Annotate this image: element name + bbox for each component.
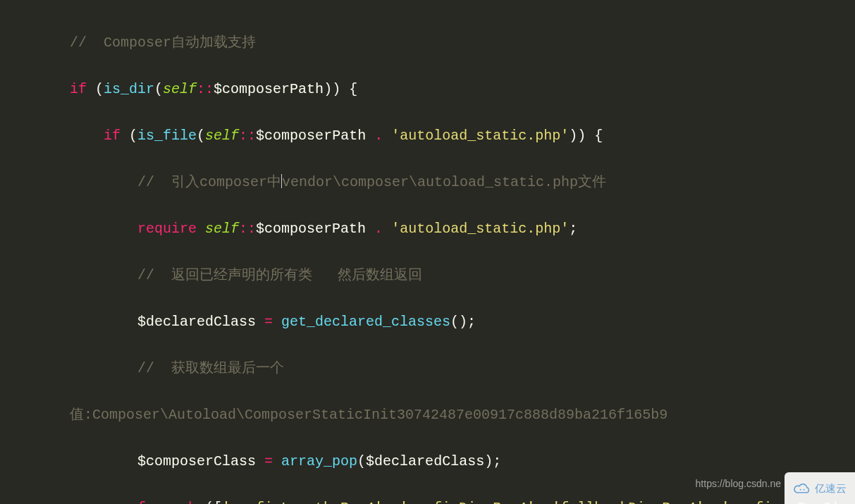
fn-array-pop: array_pop bbox=[281, 453, 357, 469]
string-literal: 'autoload_static.php' bbox=[391, 128, 569, 144]
comment: // 引入composer中vendor\composer\autoload_s… bbox=[137, 174, 606, 190]
kw-self: self bbox=[163, 81, 197, 97]
var-composer-path: $composerPath bbox=[214, 81, 324, 97]
code-line: if (is_file(self::$composerPath . 'autol… bbox=[70, 124, 855, 147]
kw-require: require bbox=[137, 221, 197, 237]
var-composer-class: $composerClass bbox=[137, 453, 256, 469]
kw-if: if bbox=[104, 128, 121, 144]
svg-point-0 bbox=[799, 488, 801, 490]
watermark-logo-text: 亿速云 bbox=[815, 477, 847, 500]
code-line: // 返回已经声明的所有类 然后数组返回 bbox=[70, 264, 855, 287]
code-line: // 引入composer中vendor\composer\autoload_s… bbox=[70, 171, 855, 194]
code-line: if (is_dir(self::$composerPath)) { bbox=[70, 78, 855, 101]
comment: // 返回已经声明的所有类 然后数组返回 bbox=[137, 267, 422, 283]
comment: // 获取数组最后一个 bbox=[137, 360, 284, 376]
comment: // Composer自动加载支持 bbox=[70, 35, 256, 51]
code-line: require self::$composerPath . 'autoload_… bbox=[70, 217, 855, 240]
var-declared-class: $declaredClass bbox=[137, 314, 256, 330]
fn-get-declared-classes: get_declared_classes bbox=[281, 314, 450, 330]
code-line: $declaredClass = get_declared_classes(); bbox=[70, 310, 855, 333]
fn-is-dir: is_dir bbox=[104, 81, 154, 97]
kw-foreach: foreach bbox=[137, 500, 197, 504]
comment: 值:Composer\Autoload\ComposerStaticInit30… bbox=[70, 407, 668, 423]
code-line: // 获取数组最后一个 bbox=[70, 357, 855, 380]
fn-is-file: is_file bbox=[137, 128, 197, 144]
cloud-icon bbox=[794, 481, 812, 496]
svg-point-1 bbox=[803, 488, 804, 490]
code-line: 值:Composer\Autoload\ComposerStaticInit30… bbox=[70, 403, 855, 426]
kw-if: if bbox=[70, 81, 87, 97]
code-editor-block: // Composer自动加载支持 if (is_dir(self::$comp… bbox=[0, 0, 855, 504]
code-line: $composerClass = array_pop($declaredClas… bbox=[70, 450, 855, 473]
watermark-logo: 亿速云 bbox=[785, 472, 855, 504]
code-line: foreach (['prefixLengthsPsr4', 'prefixDi… bbox=[70, 496, 855, 504]
code-line: // Composer自动加载支持 bbox=[70, 31, 855, 54]
watermark-url: https://blog.csdn.ne bbox=[696, 472, 781, 496]
